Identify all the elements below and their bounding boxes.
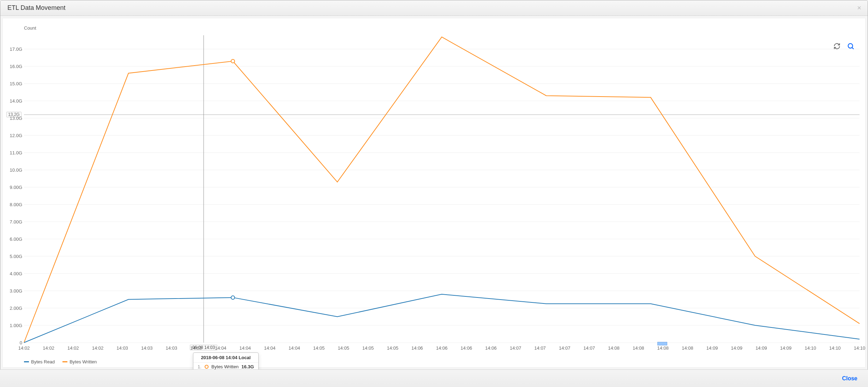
x-tick-label: 14:09 [755,345,767,351]
modal-header: ETL Data Movement × [0,0,868,16]
tooltip-title: 2018-06-08 14:04 Local [193,353,258,363]
close-icon[interactable]: × [857,4,861,12]
y-tick-label: 1.00G [10,323,22,328]
x-tick-label: 14:08 [657,345,669,351]
x-tick-label: 14:09 [780,345,792,351]
x-tick-label: 14:06 [436,345,448,351]
x-tick-label: 14:10 [804,345,816,351]
x-tick-label: 14:04 [264,345,276,351]
modal-title: ETL Data Movement [7,4,65,12]
hover-point-read [231,296,235,299]
legend-item-written[interactable]: Bytes Written [62,359,97,364]
y-tick-label: 15.0G [10,81,22,86]
x-tick-label: 14:03 [166,345,177,351]
legend-label-written: Bytes Written [70,359,97,364]
y-tick-label: 3.00G [10,288,22,294]
x-tick-label: 14:08 [682,345,693,351]
x-tick-label: 14:08 [608,345,620,351]
tooltip-dot-written [205,365,209,369]
x-tick-label: 14:03 [141,345,153,351]
x-tick-label: 14:09 [731,345,742,351]
y-tick-label: 11.0G [10,150,22,155]
y-tick-label: 7.00G [10,219,22,225]
scrub-handle[interactable] [657,342,667,345]
legend-item-read[interactable]: Bytes Read [24,359,55,364]
x-tick-label: 14:08 [633,345,644,351]
tooltip-value: 16.3G [241,364,254,369]
legend-swatch-read [24,361,29,362]
y-tick-label: 6.00G [10,236,22,242]
chart-svg[interactable] [3,18,867,368]
y-tick-label: 16.0G [10,64,22,69]
x-tick-label: 14:10 [829,345,841,351]
x-tick-label: 14:02 [67,345,79,351]
chart-toolbar [833,42,855,51]
zoom-icon[interactable] [847,42,855,51]
chart-panel: Count Bytes Read Bytes Written 2018-06-0… [2,18,866,368]
close-button[interactable]: Close [842,375,857,382]
legend-label-read: Bytes Read [31,359,55,364]
x-tick-label: 14:05 [362,345,374,351]
x-tick-label: 14:05 [338,345,349,351]
tooltip-idx: 1. [198,364,202,369]
x-tick-label: 14:02 [18,345,30,351]
y-tick-label: 10.0G [10,167,22,173]
y-tick-label: 2.00G [10,306,22,311]
y-tick-label: 4.00G [10,271,22,276]
x-tick-label: 14:02 [92,345,104,351]
x-tick-label: 14:09 [706,345,718,351]
x-tick-label: 14:10 [854,345,866,351]
x-tick-label: 14:04 [289,345,300,351]
y-tick-label: 8.00G [10,202,22,207]
legend-swatch-written [62,361,67,362]
modal-footer: Close [0,369,868,387]
y-tick-label: 13.0G [10,116,22,121]
legend: Bytes Read Bytes Written [24,359,97,364]
y-tick-label: 17.0G [10,47,22,52]
y-tick-label: 0 [20,340,22,345]
y-tick-label: 9.00G [10,185,22,190]
x-tick-label: 14:04 [240,345,251,351]
y-tick-label: 12.0G [10,133,22,138]
refresh-icon[interactable] [833,43,840,51]
svg-point-0 [848,44,853,48]
hover-point-written [231,59,235,63]
x-tick-label: 14:06 [460,345,472,351]
x-tick-label: 14:03 [190,345,202,351]
x-tick-label: 14:07 [534,345,546,351]
x-tick-label: 14:05 [387,345,398,351]
tooltip-series: Bytes Written [211,364,239,369]
x-tick-label: 14:07 [559,345,571,351]
svg-line-1 [852,48,854,49]
x-tick-label: 14:06 [485,345,497,351]
x-tick-label: 14:06 [411,345,423,351]
x-tick-label: 14:03 [116,345,128,351]
x-tick-label: 14:07 [510,345,522,351]
x-tick-label: 14:04 [215,345,227,351]
y-tick-label: 14.0G [10,98,22,104]
x-tick-label: 14:02 [43,345,54,351]
y-tick-label: 5.00G [10,254,22,259]
x-tick-label: 14:05 [313,345,325,351]
x-tick-label: 14:07 [584,345,595,351]
